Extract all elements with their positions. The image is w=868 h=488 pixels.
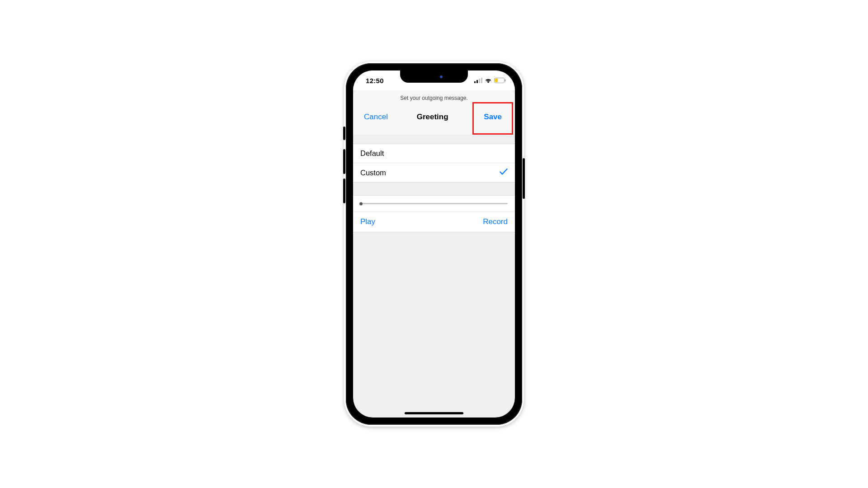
page-title: Greeting [417, 113, 448, 122]
svg-rect-5 [505, 80, 506, 82]
scrubber-track [360, 203, 508, 204]
save-button[interactable]: Save [479, 110, 506, 124]
volume-up-button[interactable] [343, 149, 345, 174]
wifi-icon [485, 78, 492, 83]
phone-screen: 12:50 [353, 70, 515, 418]
status-time: 12:50 [366, 77, 384, 84]
option-label: Custom [360, 169, 386, 177]
scrubber-thumb-icon[interactable] [359, 202, 363, 205]
option-default[interactable]: Default [353, 144, 515, 163]
phone-device-frame: 12:50 [346, 63, 522, 425]
sheet-header: Set your outgoing message. Cancel Greeti… [353, 90, 515, 135]
home-indicator[interactable] [405, 412, 463, 414]
notch [400, 70, 468, 83]
svg-rect-6 [495, 79, 498, 82]
play-button[interactable]: Play [360, 217, 375, 226]
option-custom[interactable]: Custom [353, 163, 515, 182]
record-button[interactable]: Record [483, 217, 508, 226]
greeting-options-group: Default Custom [353, 144, 515, 183]
silence-switch[interactable] [343, 127, 345, 140]
playback-scrubber[interactable] [353, 196, 515, 211]
checkmark-icon [500, 168, 508, 177]
battery-icon [494, 78, 506, 83]
playback-group: Play Record [353, 195, 515, 232]
svg-rect-1 [476, 80, 478, 83]
header-subtitle: Set your outgoing message. [359, 95, 509, 101]
svg-rect-0 [474, 81, 476, 83]
svg-rect-3 [481, 78, 482, 83]
volume-down-button[interactable] [343, 178, 345, 203]
power-button[interactable] [523, 158, 525, 199]
empty-area [353, 232, 515, 418]
cellular-signal-icon [474, 78, 482, 83]
camera-dot-icon [440, 75, 443, 78]
cancel-button[interactable]: Cancel [359, 110, 392, 124]
svg-rect-2 [479, 79, 480, 83]
save-highlight-box: Save [472, 102, 513, 135]
option-label: Default [360, 149, 384, 158]
